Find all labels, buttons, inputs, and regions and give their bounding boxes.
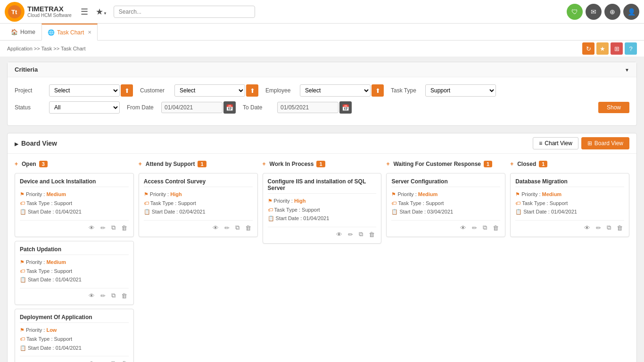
from-date-group: 📅 (161, 101, 236, 114)
customer-upload-button[interactable]: ⬆ (246, 84, 258, 97)
show-button[interactable]: Show (598, 102, 629, 113)
tag-icon: 🏷 (268, 207, 273, 213)
calendar-icon: 📋 (144, 209, 150, 214)
search-input[interactable] (114, 6, 255, 18)
customer-select[interactable]: Select (174, 84, 245, 97)
tag-icon: 🏷 (20, 336, 25, 342)
project-label: Project (15, 87, 45, 94)
tag-icon: 🏷 (20, 200, 25, 206)
employee-select[interactable]: Select (300, 84, 371, 97)
view-button[interactable]: 👁 (87, 291, 96, 300)
task-meta: ⚑Priority : Medium 🏷Task Type : Support … (391, 190, 500, 216)
project-field-group: Select ⬆ (49, 84, 133, 97)
edit-button[interactable]: ✏ (223, 223, 231, 232)
add-waiting-icon[interactable]: + (386, 161, 389, 167)
add-open-icon[interactable]: + (15, 161, 18, 167)
col-open-title: Open (22, 161, 36, 167)
from-date-input[interactable] (161, 102, 223, 113)
add-closed-icon[interactable]: + (510, 161, 513, 167)
edit-button[interactable]: ✏ (471, 223, 479, 232)
copy-button[interactable]: ⧉ (357, 230, 364, 239)
view-button[interactable]: 👁 (87, 223, 96, 232)
col-waiting-count: 1 (484, 161, 492, 167)
board-title: Board View (15, 140, 57, 147)
start-date-value: 01/04/2021 (56, 345, 82, 351)
close-tab-button[interactable]: ✕ (88, 30, 91, 35)
criteria-panel: Critieria Project Select ⬆ Customer (7, 62, 637, 126)
edit-button[interactable]: ✏ (594, 223, 603, 232)
project-select[interactable]: Select (49, 84, 120, 97)
col-wip-header: + Work In Process 1 (263, 161, 382, 169)
view-toggle: ≡ Chart View ⊞ Board View (533, 137, 629, 149)
criteria-header[interactable]: Critieria (8, 62, 636, 77)
user-icon[interactable]: 👤 (623, 4, 639, 20)
board-section: Board View ≡ Chart View ⊞ Board View + O… (7, 133, 637, 362)
message-icon[interactable]: ✉ (586, 4, 602, 20)
board-header: Board View ≡ Chart View ⊞ Board View (8, 133, 636, 154)
task-card: Server Configuration ⚑Priority : Medium … (386, 173, 505, 237)
chart-view-button[interactable]: ≡ Chart View (533, 137, 578, 149)
status-select[interactable]: All (49, 101, 120, 114)
delete-button[interactable]: 🗑 (491, 223, 500, 232)
board-view-button[interactable]: ⊞ Board View (581, 137, 629, 149)
view-button[interactable]: 👁 (87, 359, 96, 362)
delete-button[interactable]: 🗑 (244, 223, 253, 232)
task-type-value: Support (178, 200, 196, 206)
to-date-calendar-button[interactable]: 📅 (339, 101, 352, 114)
start-date-value: 01/04/2021 (56, 277, 82, 282)
delete-button[interactable]: 🗑 (120, 223, 129, 232)
status-label: Status (15, 104, 45, 111)
calendar-icon: 📋 (391, 209, 398, 214)
tab-task-chart[interactable]: 🌐 Task Chart ✕ (41, 24, 98, 41)
col-wip-count: 1 (316, 161, 325, 167)
star-button[interactable]: ★ (596, 42, 609, 55)
to-date-input[interactable] (277, 102, 339, 113)
copy-button[interactable]: ⧉ (110, 359, 117, 362)
edit-button[interactable]: ✏ (99, 223, 107, 232)
refresh-button[interactable]: ↻ (582, 42, 594, 55)
edit-button[interactable]: ✏ (99, 359, 107, 362)
view-button[interactable]: 👁 (459, 223, 468, 232)
search-circle-icon[interactable]: ⊕ (604, 4, 620, 20)
priority-flag-icon: ⚑ (391, 191, 396, 197)
task-type-select[interactable]: Support (425, 84, 496, 97)
task-title: Device and Lock Installation (20, 178, 129, 187)
task-actions: 👁 ✏ ⧉ 🗑 (20, 288, 129, 300)
priority-value: Medium (46, 191, 66, 197)
view-button[interactable]: 👁 (335, 230, 344, 239)
copy-button[interactable]: ⧉ (234, 223, 241, 232)
home-icon: 🏠 (11, 29, 18, 35)
hamburger-menu-button[interactable]: ☰ (79, 5, 90, 19)
start-date-value: 01/04/2021 (303, 215, 329, 221)
task-type-value: Support (550, 200, 568, 206)
grid-button[interactable]: ⊞ (611, 42, 623, 55)
task-title: Access Control Survey (144, 178, 253, 187)
shield-icon[interactable]: 🛡 (567, 4, 583, 20)
copy-button[interactable]: ⧉ (110, 291, 117, 300)
task-type-label: Task Type (391, 87, 421, 94)
task-type-value: Support (54, 336, 73, 342)
delete-button[interactable]: 🗑 (120, 359, 129, 362)
copy-button[interactable]: ⧉ (481, 223, 488, 232)
delete-button[interactable]: 🗑 (120, 291, 129, 300)
view-button[interactable]: 👁 (211, 223, 220, 232)
add-wip-icon[interactable]: + (263, 161, 266, 167)
view-button[interactable]: 👁 (583, 223, 592, 232)
employee-upload-button[interactable]: ⬆ (372, 84, 384, 97)
star-menu-button[interactable]: ★▼ (94, 5, 109, 19)
edit-button[interactable]: ✏ (347, 230, 355, 239)
copy-button[interactable]: ⧉ (605, 223, 612, 232)
help-button[interactable]: ? (625, 42, 637, 55)
copy-button[interactable]: ⧉ (110, 223, 117, 232)
breadcrumb: Application >> Task >> Task Chart (7, 46, 86, 51)
task-title: Server Configuration (391, 178, 500, 187)
tab-home[interactable]: 🏠 Home (5, 24, 41, 41)
add-attend-icon[interactable]: + (139, 161, 142, 167)
delete-button[interactable]: 🗑 (367, 230, 376, 239)
edit-button[interactable]: ✏ (99, 291, 107, 300)
delete-button[interactable]: 🗑 (615, 223, 624, 232)
from-date-calendar-button[interactable]: 📅 (223, 101, 236, 114)
start-date-value: 01/04/2021 (56, 209, 82, 214)
customer-field: Customer Select ⬆ (140, 84, 258, 97)
project-upload-button[interactable]: ⬆ (121, 84, 133, 97)
